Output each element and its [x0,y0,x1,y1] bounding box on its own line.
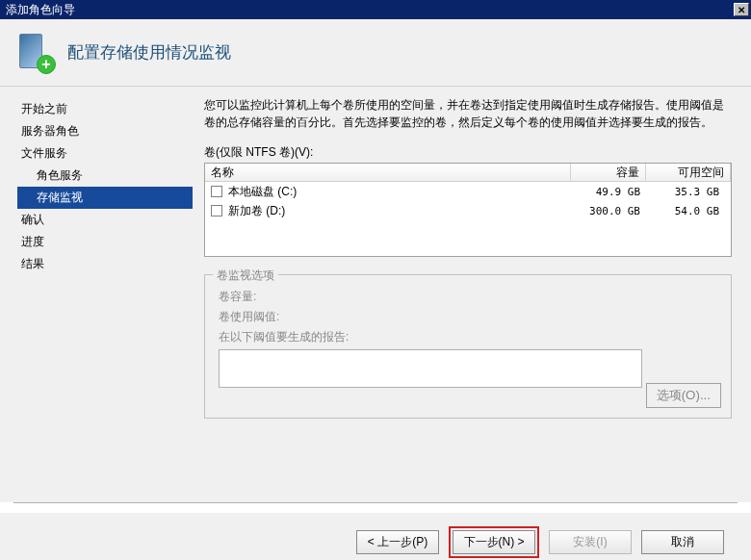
wizard-header: + 配置存储使用情况监视 [0,19,751,87]
table-row[interactable]: 新加卷 (D:) 300.0 GB 54.0 GB [205,201,731,220]
nav-server-roles[interactable]: 服务器角色 [17,120,193,142]
next-button[interactable]: 下一步(N) > [453,530,535,554]
volume-free: 35.3 GB [646,186,731,198]
reports-listbox[interactable] [219,349,642,388]
back-button[interactable]: < 上一步(P) [356,530,439,554]
reports-label: 在以下阈值要生成的报告: [219,329,721,345]
window-title: 添加角色向导 [6,2,75,18]
next-button-highlight: 下一步(N) > [449,526,539,558]
col-capacity[interactable]: 容量 [571,164,646,181]
volume-checkbox[interactable] [211,186,222,197]
group-title: 卷监视选项 [213,267,278,284]
nav-storage-monitoring[interactable]: 存储监视 [17,187,193,209]
title-bar: 添加角色向导 ✕ [0,0,751,19]
wizard-nav: 开始之前 服务器角色 文件服务 角色服务 存储监视 确认 进度 结果 [0,87,193,502]
install-button: 安装(I) [549,530,632,554]
volume-name: 新加卷 (D:) [228,203,285,219]
volume-capacity: 300.0 GB [571,205,646,217]
close-button[interactable]: ✕ [734,3,749,16]
col-name[interactable]: 名称 [205,164,571,181]
nav-progress[interactable]: 进度 [17,231,193,253]
volume-monitoring-group: 卷监视选项 卷容量: 卷使用阈值: 在以下阈值要生成的报告: 选项(O)... [204,274,732,419]
page-title: 配置存储使用情况监视 [67,41,231,64]
description-text: 您可以监控此计算机上每个卷所使用的空间量，并在卷达到指定使用阈值时生成存储报告。… [204,96,732,131]
nav-role-services[interactable]: 角色服务 [17,165,193,187]
main-panel: 您可以监控此计算机上每个卷所使用的空间量，并在卷达到指定使用阈值时生成存储报告。… [193,87,751,502]
volume-name: 本地磁盘 (C:) [228,184,297,200]
nav-file-services[interactable]: 文件服务 [17,142,193,165]
server-add-icon: + [15,34,54,72]
nav-confirmation[interactable]: 确认 [17,209,193,231]
nav-results[interactable]: 结果 [17,253,193,275]
footer-buttons: < 上一步(P) 下一步(N) > 安装(I) 取消 [0,513,751,560]
table-header: 名称 容量 可用空间 [205,164,731,182]
volume-checkbox[interactable] [211,205,222,216]
volume-capacity: 49.9 GB [571,186,646,198]
options-button: 选项(O)... [646,383,721,408]
volumes-label: 卷(仅限 NTFS 卷)(V): [204,144,732,161]
volumes-table: 名称 容量 可用空间 本地磁盘 (C:) 49.9 GB 35.3 GB 新加卷… [204,163,732,257]
nav-before-you-begin[interactable]: 开始之前 [17,98,193,120]
separator [13,502,738,503]
cancel-button[interactable]: 取消 [641,530,724,554]
threshold-label: 卷使用阈值: [219,309,721,325]
volume-free: 54.0 GB [646,205,731,217]
capacity-label: 卷容量: [219,289,721,305]
col-free[interactable]: 可用空间 [646,164,731,181]
table-row[interactable]: 本地磁盘 (C:) 49.9 GB 35.3 GB [205,182,731,201]
